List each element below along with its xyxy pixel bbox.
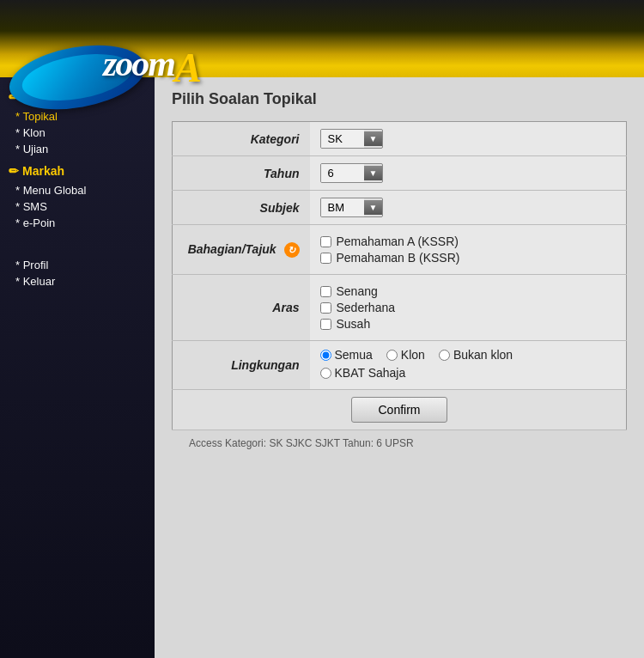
radio-klon-input[interactable]: [386, 350, 398, 361]
checkbox-senang-input[interactable]: [320, 286, 331, 297]
tahun-label: Tahun: [173, 156, 310, 191]
lingkungan-row: Lingkungan Semua Klon Bukan: [173, 341, 627, 390]
bahagian-label: Bahagian/Tajuk ↻: [173, 225, 310, 275]
radio-semua-label: Semua: [335, 348, 373, 362]
subjek-arrow[interactable]: ▼: [364, 200, 383, 215]
content-area: Pilih Soalan Topikal Kategori SK ▼ Tahun…: [155, 77, 644, 658]
sidebar-item-epoin[interactable]: * e-Poin: [9, 215, 146, 231]
subjek-dropdown[interactable]: BM ▼: [320, 198, 384, 217]
checkbox-a-input[interactable]: [320, 236, 331, 247]
sidebar-bottom: * Profil * Keluar: [9, 257, 146, 289]
checkbox-sederhana-input[interactable]: [320, 302, 331, 314]
kategori-field: SK ▼: [310, 122, 627, 156]
kategori-value: SK: [321, 130, 364, 148]
lingkungan-field: Semua Klon Bukan klon: [310, 341, 627, 390]
radio-kbat[interactable]: KBAT Sahaja: [320, 366, 406, 380]
kategori-row: Kategori SK ▼: [173, 122, 627, 156]
radio-semua-input[interactable]: [320, 350, 331, 361]
radio-bukan-klon[interactable]: Bukan klon: [439, 348, 513, 362]
checkbox-pemahaman-b[interactable]: Pemahaman B (KSSR): [320, 251, 617, 265]
form-table: Kategori SK ▼ Tahun 6 ▼: [172, 121, 627, 430]
kategori-label: Kategori: [173, 122, 310, 156]
subjek-value: BM: [321, 198, 364, 216]
aras-row: Aras Senang Sederhana Susah: [173, 275, 627, 341]
checkbox-senang-label: Senang: [337, 284, 378, 298]
sidebar-item-klon[interactable]: * Klon: [9, 125, 146, 141]
sidebar: ✏ Pilih Soalan * Topikal * Klon * Ujian …: [0, 77, 155, 658]
subjek-field: BM ▼: [310, 191, 627, 225]
confirm-cell: Confirm: [173, 389, 627, 430]
pencil-icon-2: ✏: [9, 164, 19, 178]
sidebar-markah-label: Markah: [22, 164, 64, 178]
radio-bukan-klon-label: Bukan klon: [453, 348, 513, 362]
page-title: Pilih Soalan Topikal: [172, 90, 627, 108]
lingkungan-radio-group: Semua Klon Bukan klon: [320, 348, 617, 362]
subjek-label: Subjek: [173, 191, 310, 225]
checkbox-b-input[interactable]: [320, 253, 331, 264]
access-text: Access Kategori: SK SJKC SJKT Tahun: 6 U…: [189, 437, 414, 449]
reload-icon[interactable]: ↻: [284, 242, 300, 258]
checkbox-senang[interactable]: Senang: [320, 284, 617, 298]
sidebar-item-menu-global[interactable]: * Menu Global: [9, 182, 146, 198]
tahun-arrow[interactable]: ▼: [364, 166, 383, 180]
tahun-field: 6 ▼: [310, 156, 627, 191]
radio-semua[interactable]: Semua: [320, 348, 373, 362]
aras-label: Aras: [173, 275, 310, 341]
tahun-dropdown[interactable]: 6 ▼: [320, 163, 384, 183]
sidebar-item-topikal[interactable]: * Topikal: [9, 108, 146, 125]
sidebar-item-keluar[interactable]: * Keluar: [9, 273, 146, 289]
kategori-arrow[interactable]: ▼: [364, 131, 383, 146]
tahun-row: Tahun 6 ▼: [173, 156, 627, 191]
kbat-row: KBAT Sahaja: [320, 366, 617, 382]
checkbox-susah-label: Susah: [337, 317, 371, 331]
sidebar-section-markah: ✏ Markah: [9, 164, 146, 178]
checkbox-sederhana[interactable]: Sederhana: [320, 301, 617, 314]
bahagian-row: Bahagian/Tajuk ↻ Pemahaman A (KSSR) Pema…: [173, 225, 627, 275]
confirm-button[interactable]: Confirm: [351, 397, 447, 423]
sidebar-item-profil[interactable]: * Profil: [9, 257, 146, 273]
confirm-row: Confirm: [173, 389, 627, 430]
subjek-row: Subjek BM ▼: [173, 191, 627, 225]
radio-klon[interactable]: Klon: [386, 348, 425, 362]
checkbox-susah[interactable]: Susah: [320, 317, 617, 331]
footer: Access Kategori: SK SJKC SJKT Tahun: 6 U…: [172, 430, 627, 456]
radio-kbat-label: KBAT Sahaja: [335, 366, 406, 380]
checkbox-pemahaman-a[interactable]: Pemahaman A (KSSR): [320, 235, 617, 248]
checkbox-susah-input[interactable]: [320, 319, 331, 330]
aras-field: Senang Sederhana Susah: [310, 275, 627, 341]
tahun-value: 6: [321, 164, 364, 182]
checkbox-b-label: Pemahaman B (KSSR): [337, 251, 460, 265]
bahagian-field: Pemahaman A (KSSR) Pemahaman B (KSSR): [310, 225, 627, 275]
sidebar-item-sms[interactable]: * SMS: [9, 198, 146, 215]
logo-text: zoomA: [103, 43, 200, 91]
sidebar-item-ujian[interactable]: * Ujian: [9, 141, 146, 157]
lingkungan-label: Lingkungan: [173, 341, 310, 390]
main-layout: ✏ Pilih Soalan * Topikal * Klon * Ujian …: [0, 77, 644, 658]
checkbox-sederhana-label: Sederhana: [337, 301, 396, 314]
kategori-dropdown[interactable]: SK ▼: [320, 129, 384, 149]
radio-kbat-input[interactable]: [320, 368, 331, 379]
radio-bukan-klon-input[interactable]: [439, 350, 450, 361]
checkbox-a-label: Pemahaman A (KSSR): [337, 235, 459, 248]
header: zoomA: [0, 0, 644, 77]
radio-klon-label: Klon: [401, 348, 425, 362]
